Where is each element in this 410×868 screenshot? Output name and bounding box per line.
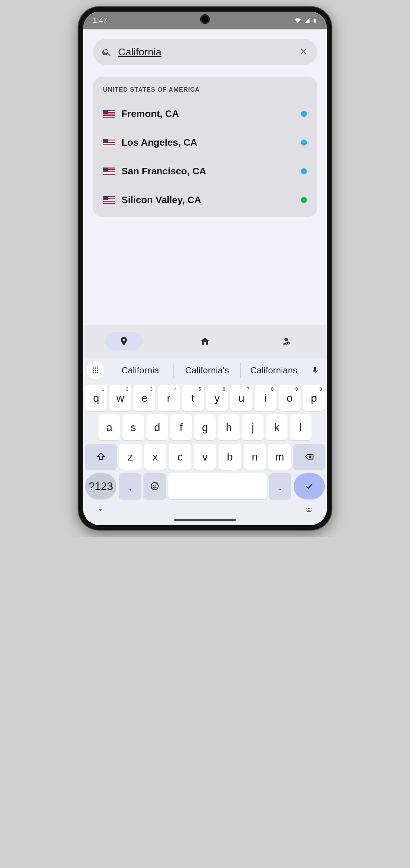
key-e[interactable]: e3 xyxy=(133,385,155,411)
svg-point-5 xyxy=(97,370,99,371)
mic-icon xyxy=(311,366,319,374)
key-q[interactable]: q1 xyxy=(85,385,107,411)
key-y[interactable]: y6 xyxy=(206,385,228,411)
key-g[interactable]: g xyxy=(194,414,216,440)
suggestion-item[interactable]: Californians xyxy=(241,363,307,378)
flag-icon xyxy=(103,110,115,118)
voice-input-button[interactable] xyxy=(307,366,323,374)
key-c[interactable]: c xyxy=(169,444,191,470)
key-w[interactable]: w2 xyxy=(110,385,131,411)
key-l[interactable]: l xyxy=(290,414,311,440)
space-key[interactable] xyxy=(168,473,267,499)
suggestion-bar: CaliforniaCalifornia'sCalifornians xyxy=(83,358,327,383)
result-row[interactable]: San Francisco, CA xyxy=(93,157,317,186)
keyboard-row-2: asdfghjkl xyxy=(85,414,325,440)
key-u[interactable]: u7 xyxy=(230,385,252,411)
search-icon xyxy=(102,47,112,57)
status-dot xyxy=(301,139,307,146)
status-icons xyxy=(294,17,317,24)
flag-icon xyxy=(103,168,115,175)
key-h[interactable]: h xyxy=(218,414,240,440)
svg-point-4 xyxy=(95,370,96,371)
svg-rect-14 xyxy=(309,508,310,509)
svg-rect-16 xyxy=(307,510,308,511)
key-f[interactable]: f xyxy=(170,414,192,440)
svg-point-0 xyxy=(93,368,94,369)
key-i[interactable]: i8 xyxy=(255,385,277,411)
svg-point-8 xyxy=(97,372,99,373)
key-v[interactable]: v xyxy=(194,444,216,470)
suggestion-item[interactable]: California xyxy=(107,363,174,378)
suggestion-list: CaliforniaCalifornia'sCalifornians xyxy=(107,363,307,378)
nav-locations-tab[interactable] xyxy=(105,332,143,350)
location-pin-icon xyxy=(119,336,129,346)
nav-home-tab[interactable] xyxy=(186,332,224,350)
account-settings-icon xyxy=(281,336,291,346)
home-indicator[interactable] xyxy=(174,519,236,521)
key-o[interactable]: o9 xyxy=(279,385,301,411)
svg-rect-15 xyxy=(311,508,312,509)
keyboard-footer xyxy=(83,503,327,513)
svg-point-9 xyxy=(151,483,158,490)
key-j[interactable]: j xyxy=(242,414,264,440)
key-x[interactable]: x xyxy=(144,444,167,470)
key-t[interactable]: t5 xyxy=(182,385,204,411)
comma-key[interactable]: , xyxy=(119,473,141,499)
svg-rect-18 xyxy=(309,510,310,511)
key-a[interactable]: a xyxy=(99,414,120,440)
nav-account-tab[interactable] xyxy=(267,332,305,350)
home-icon xyxy=(200,336,210,346)
results-section-header: UNITED STATES OF AMERICA xyxy=(93,83,317,99)
key-p[interactable]: p0 xyxy=(303,385,325,411)
phone-frame: 1:47 UNITED STATES OF AMERIC xyxy=(78,7,332,530)
emoji-key[interactable] xyxy=(143,473,166,499)
svg-point-11 xyxy=(155,485,156,486)
symbols-key[interactable]: ?123 xyxy=(85,473,116,499)
emoji-icon xyxy=(150,481,159,491)
key-d[interactable]: d xyxy=(146,414,168,440)
enter-key[interactable] xyxy=(294,473,325,499)
svg-point-7 xyxy=(95,372,96,373)
svg-point-3 xyxy=(93,370,94,371)
search-bar[interactable] xyxy=(93,39,317,65)
svg-point-1 xyxy=(95,368,96,369)
key-r[interactable]: r4 xyxy=(158,385,180,411)
key-k[interactable]: k xyxy=(266,414,287,440)
clear-search-button[interactable] xyxy=(299,46,308,57)
backspace-icon xyxy=(304,452,314,462)
key-m[interactable]: m xyxy=(268,444,291,470)
key-b[interactable]: b xyxy=(219,444,241,470)
result-label: Silicon Valley, CA xyxy=(121,195,294,205)
suggestion-item[interactable]: California's xyxy=(174,363,241,378)
keyboard-row-3: zxcvbnm xyxy=(85,444,325,470)
result-row[interactable]: Silicon Valley, CA xyxy=(93,186,317,214)
results-card: UNITED STATES OF AMERICA Fremont, CALos … xyxy=(93,77,317,217)
keyboard-row-1: q1w2e3r4t5y6u7i8o9p0 xyxy=(85,385,325,411)
status-dot xyxy=(301,111,307,117)
results-list: Fremont, CALos Angeles, CASan Francisco,… xyxy=(93,99,317,214)
result-row[interactable]: Fremont, CA xyxy=(93,99,317,128)
wifi-icon xyxy=(294,17,302,24)
keyboard-menu-button[interactable] xyxy=(87,361,104,379)
battery-icon xyxy=(312,17,317,24)
flag-icon xyxy=(103,196,115,204)
key-z[interactable]: z xyxy=(119,444,142,470)
shift-key[interactable] xyxy=(85,444,117,470)
status-time: 1:47 xyxy=(93,16,107,25)
result-row[interactable]: Los Angeles, CA xyxy=(93,128,317,157)
svg-point-6 xyxy=(93,372,94,373)
collapse-keyboard-icon[interactable] xyxy=(97,507,104,513)
shift-icon xyxy=(96,452,106,462)
search-input[interactable] xyxy=(118,46,293,58)
bottom-nav xyxy=(83,325,327,358)
period-key[interactable]: . xyxy=(269,473,291,499)
close-icon xyxy=(299,46,308,56)
svg-point-2 xyxy=(97,368,99,369)
keyboard-settings-icon[interactable] xyxy=(305,507,313,513)
status-dot xyxy=(301,197,307,203)
svg-point-10 xyxy=(153,485,154,486)
key-n[interactable]: n xyxy=(244,444,266,470)
svg-rect-19 xyxy=(311,510,312,511)
key-s[interactable]: s xyxy=(123,414,144,440)
backspace-key[interactable] xyxy=(293,444,325,470)
